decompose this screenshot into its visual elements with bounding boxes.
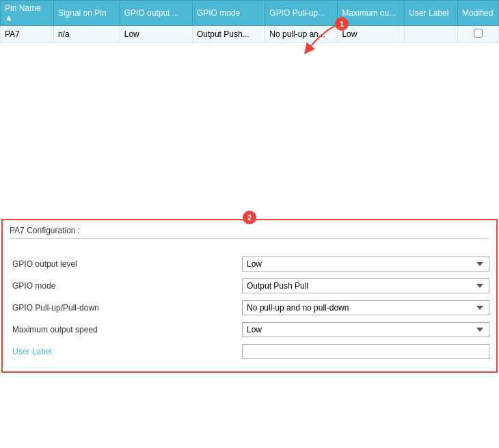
- cell-pin-name: PA7: [1, 26, 54, 43]
- config-row-gpio-mode: GPIO mode Output Push Pull Output Open D…: [10, 278, 489, 293]
- cell-signal: n/a: [53, 26, 120, 43]
- config-row-gpio-pull: GPIO Pull-up/Pull-down No pull-up and no…: [10, 300, 489, 315]
- col-signal[interactable]: Signal on Pin: [53, 1, 120, 26]
- upper-area: Pin Name ▲ Signal on Pin GPIO output ...…: [0, 0, 499, 219]
- config-section: 2 PA7 Configuration : GPIO output level …: [0, 219, 499, 373]
- select-gpio-mode[interactable]: Output Push Pull Output Open Drain: [242, 278, 489, 293]
- config-row-max-speed: Maximum output speed Low Medium High Ver…: [10, 322, 489, 337]
- cell-gpio-output: Low: [120, 26, 192, 43]
- table-header-row: Pin Name ▲ Signal on Pin GPIO output ...…: [1, 1, 499, 26]
- col-gpio-output[interactable]: GPIO output ...: [120, 1, 192, 26]
- label-gpio-output: GPIO output level: [10, 259, 242, 269]
- config-row-user-label: User Label: [10, 344, 489, 359]
- label-user-label: User Label: [10, 347, 242, 356]
- config-title: PA7 Configuration :: [10, 226, 489, 239]
- label-max-speed: Maximum output speed: [10, 325, 242, 334]
- cell-modified[interactable]: [458, 26, 499, 43]
- annotation2-badge: 2: [243, 211, 256, 224]
- annotation1-badge: 1: [335, 17, 349, 31]
- table-row: PA7 n/a Low Output Push... No pull-up an…: [1, 26, 499, 43]
- config-panel: 2 PA7 Configuration : GPIO output level …: [1, 219, 498, 373]
- select-gpio-pull[interactable]: No pull-up and no pull-down Pull-up Pull…: [242, 300, 489, 315]
- select-max-speed[interactable]: Low Medium High Very High: [242, 322, 489, 337]
- cell-user-label: [405, 26, 458, 43]
- col-modified[interactable]: Modified: [458, 1, 499, 26]
- col-gpio-mode[interactable]: GPIO mode: [192, 1, 265, 26]
- cell-gpio-mode: Output Push...: [192, 26, 265, 43]
- select-gpio-output[interactable]: Low High: [242, 256, 489, 272]
- col-user-label[interactable]: User Label: [405, 1, 458, 26]
- col-pin-name[interactable]: Pin Name ▲: [1, 1, 54, 26]
- modified-checkbox[interactable]: [474, 29, 483, 38]
- config-row-gpio-output: GPIO output level Low High: [10, 256, 489, 272]
- label-gpio-pull: GPIO Pull-up/Pull-down: [10, 303, 242, 313]
- label-gpio-mode: GPIO mode: [10, 281, 242, 291]
- input-user-label[interactable]: [242, 344, 489, 359]
- pin-table: Pin Name ▲ Signal on Pin GPIO output ...…: [0, 0, 499, 43]
